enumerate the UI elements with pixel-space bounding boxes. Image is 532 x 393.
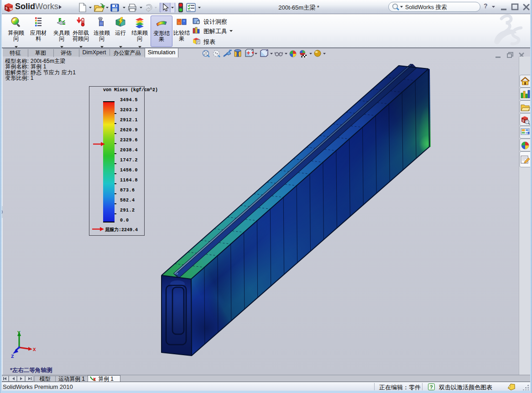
svg-text:X: X [33,347,36,352]
svg-text:S: S [5,6,8,10]
svg-text:Z: Z [11,354,14,359]
svg-text:?: ? [430,384,433,390]
svg-text:Y: Y [17,330,21,336]
svg-text:S: S [522,119,524,122]
svg-text:W: W [9,7,13,11]
